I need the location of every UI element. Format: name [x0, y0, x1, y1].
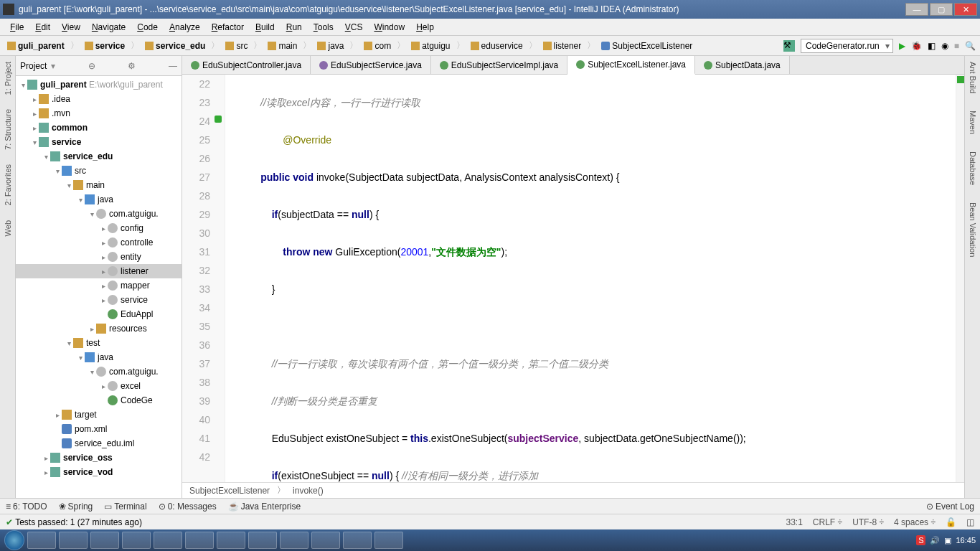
stop-icon[interactable]: ■ — [954, 41, 959, 51]
breadcrumb-item[interactable]: eduservice — [468, 39, 526, 52]
tree-node[interactable]: ▾main — [16, 178, 182, 192]
tool-window-maven[interactable]: Maven — [969, 108, 977, 137]
breadcrumb-item[interactable]: service_edu — [142, 39, 208, 52]
task-button[interactable] — [90, 532, 119, 549]
tree-node[interactable]: ▸entity — [16, 250, 182, 264]
line-number[interactable]: 34 — [182, 298, 210, 317]
menu-build[interactable]: Build — [250, 21, 281, 34]
tree-root[interactable]: ▾guli_parent E:\work\guli_parent — [16, 77, 182, 92]
menu-view[interactable]: View — [56, 21, 86, 34]
tree-node[interactable]: ▾service_edu — [16, 149, 182, 164]
todo-tool[interactable]: ≡ 6: TODO — [6, 501, 47, 512]
tree-node[interactable]: ▸mapper — [16, 278, 182, 293]
line-number[interactable]: 30 — [182, 224, 210, 242]
task-button[interactable] — [217, 532, 245, 549]
task-button[interactable] — [122, 532, 151, 549]
code-editor[interactable]: 2223242526272829303132333435363738394041… — [182, 75, 964, 482]
tree-node[interactable]: ▸listener — [16, 264, 182, 278]
editor-tab[interactable]: EduSubjectController.java — [182, 56, 311, 74]
tree-node[interactable]: ▸service — [16, 293, 182, 307]
tool-window-structure[interactable]: 7: Structure — [4, 106, 12, 153]
minimize-button[interactable]: — — [905, 3, 928, 16]
editor-tab[interactable]: EduSubjectServiceImpl.java — [431, 56, 567, 74]
maximize-button[interactable]: ▢ — [930, 3, 953, 16]
menu-navigate[interactable]: Navigate — [86, 21, 131, 34]
line-number[interactable]: 31 — [182, 242, 210, 261]
ime-icon[interactable]: S — [916, 535, 925, 545]
editor-tab[interactable]: EduSubjectService.java — [311, 56, 431, 74]
code-content[interactable]: //读取excel内容，一行一行进行读取 @Override public vo… — [225, 75, 956, 482]
task-button[interactable] — [248, 532, 277, 549]
editor-tab[interactable]: SubjectExcelListener.java — [567, 56, 695, 75]
line-number[interactable]: 24 — [182, 112, 210, 131]
line-number[interactable]: 39 — [182, 392, 210, 410]
tree-node[interactable]: ▾test — [16, 336, 182, 350]
tree-node[interactable]: ▸excel — [16, 379, 182, 393]
line-number[interactable]: 35 — [182, 317, 210, 336]
tree-node[interactable]: ▸service_vod — [16, 465, 182, 479]
system-tray[interactable]: S 🔊 ▣ 16:45 — [916, 535, 976, 545]
line-number[interactable]: 28 — [182, 187, 210, 205]
menu-window[interactable]: Window — [368, 21, 410, 34]
task-button[interactable] — [280, 532, 308, 549]
task-button[interactable] — [154, 532, 182, 549]
line-number[interactable]: 32 — [182, 261, 210, 280]
coverage-icon[interactable]: ◧ — [928, 41, 936, 51]
tree-node[interactable]: ▸resources — [16, 321, 182, 336]
line-number[interactable]: 38 — [182, 373, 210, 392]
editor-tab[interactable]: SubjectData.java — [695, 56, 790, 74]
line-number[interactable]: 40 — [182, 410, 210, 429]
tray-icon[interactable]: 🔊 — [930, 536, 940, 545]
tree-node[interactable]: ▾com.atguigu. — [16, 364, 182, 379]
project-view-label[interactable]: Project — [20, 61, 47, 71]
breadcrumb-item[interactable]: guli_parent — [4, 39, 67, 52]
profile-icon[interactable]: ◉ — [941, 41, 948, 51]
event-log-tool[interactable]: ⊙ Event Log — [926, 501, 974, 512]
breadcrumb-item[interactable]: main — [265, 39, 300, 52]
caret-position[interactable]: 33:1 — [786, 517, 803, 527]
menu-code[interactable]: Code — [131, 21, 164, 34]
search-icon[interactable]: 🔍 — [965, 41, 976, 51]
project-view-dropdown-icon[interactable]: ▾ — [51, 61, 55, 71]
tree-node[interactable]: ▾src — [16, 164, 182, 178]
line-number[interactable]: 25 — [182, 131, 210, 149]
task-button[interactable] — [343, 532, 372, 549]
debug-icon[interactable]: 🐞 — [911, 41, 922, 51]
tool-window-favorites[interactable]: 2: Favorites — [4, 161, 12, 208]
line-number[interactable]: 22 — [182, 75, 210, 93]
override-gutter-icon[interactable] — [215, 116, 222, 123]
line-number[interactable]: 29 — [182, 205, 210, 224]
tree-node[interactable]: ▸service_oss — [16, 451, 182, 465]
breadcrumb-item[interactable]: src — [222, 39, 250, 52]
breadcrumb-item[interactable]: SubjectExcelListener — [598, 39, 695, 52]
tray-icon[interactable]: ▣ — [944, 536, 951, 545]
menu-edit[interactable]: Edit — [29, 21, 56, 34]
collapse-icon[interactable]: ⊖ — [88, 61, 95, 71]
task-button[interactable] — [59, 532, 88, 549]
tool-window-web[interactable]: Web — [4, 217, 12, 239]
tree-node[interactable]: ▸.mvn — [16, 106, 182, 121]
file-encoding[interactable]: UTF-8 ÷ — [852, 517, 884, 527]
java-ee-tool[interactable]: ☕ Java Enterprise — [228, 501, 301, 512]
breadcrumb-item[interactable]: listener — [540, 39, 585, 52]
tree-node[interactable]: ▾com.atguigu. — [16, 207, 182, 221]
tree-node[interactable]: pom.xml — [16, 422, 182, 436]
task-button[interactable] — [374, 532, 403, 549]
task-button[interactable] — [311, 532, 340, 549]
menu-tools[interactable]: Tools — [308, 21, 339, 34]
indent-setting[interactable]: 4 spaces ÷ — [894, 517, 936, 527]
hide-icon[interactable]: — — [169, 61, 177, 71]
menu-vcs[interactable]: VCS — [339, 21, 369, 34]
tree-node[interactable]: ▸common — [16, 121, 182, 135]
build-icon[interactable]: ⚒ — [783, 40, 795, 52]
tree-node[interactable]: ▸config — [16, 221, 182, 235]
line-number[interactable]: 42 — [182, 448, 210, 466]
gutter[interactable]: 2223242526272829303132333435363738394041… — [182, 75, 225, 482]
tree-node[interactable]: ▾service — [16, 135, 182, 149]
close-button[interactable]: ✕ — [954, 3, 977, 16]
task-button[interactable] — [27, 532, 56, 549]
settings-icon[interactable]: ⚙ — [128, 61, 136, 71]
project-tree[interactable]: ▾guli_parent E:\work\guli_parent ▸.idea▸… — [16, 76, 182, 498]
line-number[interactable]: 33 — [182, 280, 210, 298]
breadcrumb-item[interactable]: service — [82, 39, 128, 52]
